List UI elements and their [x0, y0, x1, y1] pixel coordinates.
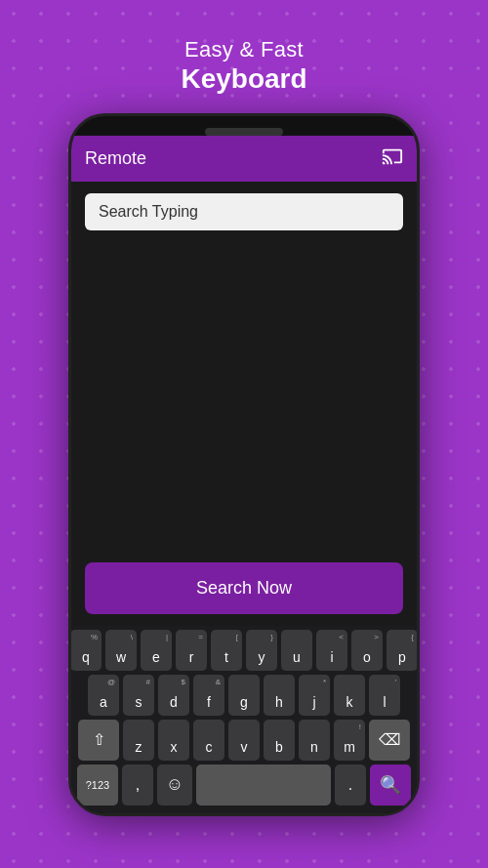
key-d[interactable]: $d [158, 675, 189, 716]
key-h[interactable]: h [264, 675, 295, 716]
key-p[interactable]: {p [386, 630, 418, 671]
phone-speaker [205, 128, 283, 136]
key-u[interactable]: u [281, 630, 312, 671]
key-z[interactable]: z [123, 720, 154, 761]
header-subtitle: Easy & Fast [181, 37, 306, 62]
key-l[interactable]: 'l [369, 675, 400, 716]
key-g[interactable]: g [228, 675, 260, 716]
search-now-button[interactable]: Search Now [85, 562, 403, 614]
key-o[interactable]: >o [351, 630, 383, 671]
key-x[interactable]: x [158, 720, 189, 761]
key-k[interactable]: k [334, 675, 365, 716]
key-n[interactable]: n [299, 720, 330, 761]
emoji-key[interactable]: ☺ [157, 765, 192, 806]
key-m[interactable]: !m [334, 720, 365, 761]
period-key[interactable]: . [335, 765, 366, 806]
app-title: Remote [85, 148, 146, 169]
shift-key[interactable]: ⇧ [78, 720, 119, 761]
space-key[interactable] [196, 765, 331, 806]
key-i[interactable]: <i [316, 630, 347, 671]
search-input-wrapper[interactable]: Search Typing [85, 193, 403, 230]
key-j[interactable]: *j [299, 675, 330, 716]
phone-frame: Remote Search Typing Search Now %q \w |e… [68, 113, 420, 816]
header-title: Keyboard [181, 62, 306, 96]
keyboard-bottom-row: ?123 , ☺ . 🔍 [73, 765, 415, 806]
key-v[interactable]: v [228, 720, 260, 761]
key-e[interactable]: |e [141, 630, 172, 671]
key-c[interactable]: c [193, 720, 224, 761]
numbers-key[interactable]: ?123 [77, 765, 118, 806]
key-b[interactable]: b [264, 720, 295, 761]
keyboard-row-1: %q \w |e =r [t }y u <i >o {p [73, 630, 415, 671]
cast-icon[interactable] [382, 145, 403, 172]
header-section: Easy & Fast Keyboard [181, 37, 306, 96]
search-input[interactable]: Search Typing [99, 203, 198, 221]
key-w[interactable]: \w [105, 630, 137, 671]
key-s[interactable]: #s [123, 675, 154, 716]
key-a[interactable]: @a [88, 675, 119, 716]
keyboard-row-2: @a #s $d &f g h *j k 'l [73, 675, 415, 716]
delete-key[interactable]: ⌫ [369, 720, 410, 761]
app-bar: Remote [71, 136, 417, 182]
key-f[interactable]: &f [193, 675, 224, 716]
key-q[interactable]: %q [70, 630, 102, 671]
key-y[interactable]: }y [246, 630, 277, 671]
key-t[interactable]: [t [211, 630, 242, 671]
comma-key[interactable]: , [122, 765, 153, 806]
key-r[interactable]: =r [176, 630, 207, 671]
keyboard: %q \w |e =r [t }y u <i >o {p @a #s $d &f… [71, 626, 417, 813]
content-area [71, 230, 417, 562]
search-area: Search Typing [71, 182, 417, 230]
search-key[interactable]: 🔍 [370, 765, 411, 806]
bottom-bar: Search Now [71, 562, 417, 626]
keyboard-row-3: ⇧ z x c v b n !m ⌫ [73, 720, 415, 761]
